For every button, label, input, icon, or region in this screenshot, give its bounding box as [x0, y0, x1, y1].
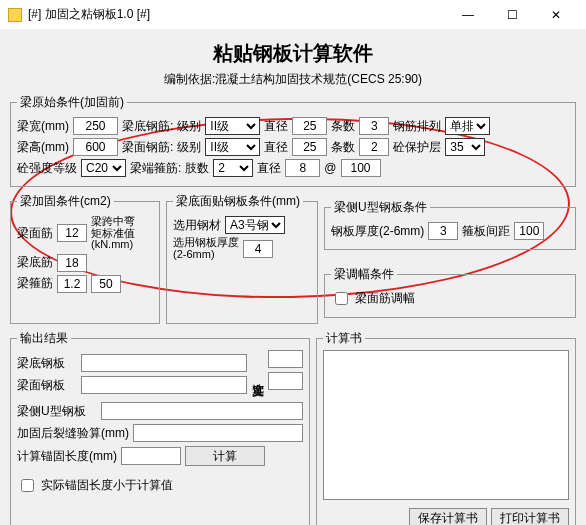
out-r5-label: 计算锚固长度(mm) — [17, 448, 117, 465]
uplate-thick-label: 钢板厚度(2-6mm) — [331, 223, 424, 240]
group-uplate: 梁侧U型钢板条件 钢板厚度(2-6mm) 箍板间距 — [324, 199, 576, 250]
maximize-button[interactable]: ☐ — [490, 1, 534, 29]
moment-label: 梁跨中弯 矩标准值 (kN.mm) — [91, 216, 135, 251]
face-num-input[interactable] — [359, 138, 389, 156]
top-reinf-input[interactable] — [57, 224, 87, 242]
real-width-2[interactable] — [268, 372, 303, 390]
stirrup-label: 梁端箍筋: — [130, 160, 181, 177]
num-label-1: 条数 — [331, 118, 355, 135]
bot-reinf-input[interactable] — [57, 254, 87, 272]
stirrup-space-input[interactable] — [341, 159, 381, 177]
calculate-button[interactable]: 计算 — [185, 446, 265, 466]
app-icon — [8, 8, 22, 22]
face-steel-label: 梁面钢筋: — [122, 139, 173, 156]
group-plate: 梁底面贴钢板条件(mm) 选用钢材 A3号钢 选用钢板厚度 (2-6mm) — [166, 193, 318, 324]
out-r4-input[interactable] — [133, 424, 303, 442]
beam-width-input[interactable] — [73, 117, 118, 135]
plate-thick-input[interactable] — [243, 240, 273, 258]
stir-reinf-input[interactable] — [57, 275, 87, 293]
steel-type-label: 选用钢材 — [173, 217, 221, 234]
group-original-legend: 梁原始条件(加固前) — [17, 94, 127, 111]
anchor-cb-label: 实际锚固长度小于计算值 — [41, 477, 173, 494]
group-reinforce-legend: 梁加固条件(cm2) — [17, 193, 114, 210]
bottom-num-input[interactable] — [359, 117, 389, 135]
beam-height-label: 梁高(mm) — [17, 139, 69, 156]
app-subtitle: 编制依据:混凝土结构加固技术规范(CECS 25:90) — [10, 71, 576, 88]
face-dia-input[interactable] — [292, 138, 327, 156]
bottom-steel-label: 梁底钢筋: — [122, 118, 173, 135]
beam-width-label: 梁宽(mm) — [17, 118, 69, 135]
group-original: 梁原始条件(加固前) 梁宽(mm) 梁底钢筋: 级别 II级 直径 条数 钢筋排… — [10, 94, 576, 187]
uplate-space-input[interactable] — [514, 222, 544, 240]
dia-label-2: 直径 — [264, 139, 288, 156]
stir-reinf-input-2[interactable] — [91, 275, 121, 293]
group-adjust-legend: 梁调幅条件 — [331, 266, 397, 283]
group-reinforce: 梁加固条件(cm2) 梁面筋 梁跨中弯 矩标准值 (kN.mm) 梁底筋 梁箍筋 — [10, 193, 160, 324]
out-r1-input[interactable] — [81, 354, 247, 372]
adjust-checkbox[interactable] — [335, 292, 348, 305]
concrete-grade-label: 砼强度等级 — [17, 160, 77, 177]
bot-reinf-label: 梁底筋 — [17, 254, 53, 271]
group-uplate-legend: 梁侧U型钢板条件 — [331, 199, 430, 216]
minimize-button[interactable]: — — [446, 1, 490, 29]
out-r3-input[interactable] — [101, 402, 303, 420]
arrange-select[interactable]: 单排 — [445, 117, 490, 135]
bottom-grade-select[interactable]: II级 — [205, 117, 260, 135]
uplate-thick-input[interactable] — [428, 222, 458, 240]
group-calc-legend: 计算书 — [323, 330, 365, 347]
calc-textarea[interactable] — [323, 350, 569, 500]
close-button[interactable]: ✕ — [534, 1, 578, 29]
group-output: 输出结果 梁底钢板 梁面钢板 实选宽度 — [10, 330, 310, 525]
grade-label-1: 级别 — [177, 118, 201, 135]
dia-label-1: 直径 — [264, 118, 288, 135]
legs-label: 肢数 — [185, 160, 209, 177]
out-r1-label: 梁底钢板 — [17, 355, 77, 372]
out-r2-input[interactable] — [81, 376, 247, 394]
titlebar: [#] 加固之粘钢板1.0 [#] — ☐ ✕ — [0, 0, 586, 30]
uplate-space-label: 箍板间距 — [462, 223, 510, 240]
out-r2-label: 梁面钢板 — [17, 377, 77, 394]
out-r4-label: 加固后裂缝验算(mm) — [17, 425, 129, 442]
real-width-1[interactable] — [268, 350, 303, 368]
out-r5-input[interactable] — [121, 447, 181, 465]
cover-label: 砼保护层 — [393, 139, 441, 156]
face-grade-select[interactable]: II级 — [205, 138, 260, 156]
save-calc-button[interactable]: 保存计算书 — [409, 508, 487, 525]
beam-height-input[interactable] — [73, 138, 118, 156]
group-calc: 计算书 保存计算书 打印计算书 — [316, 330, 576, 525]
arrange-label: 钢筋排列 — [393, 118, 441, 135]
legs-select[interactable]: 2 — [213, 159, 253, 177]
plate-thick-label: 选用钢板厚度 (2-6mm) — [173, 237, 239, 260]
top-reinf-label: 梁面筋 — [17, 225, 53, 242]
grade-label-2: 级别 — [177, 139, 201, 156]
concrete-grade-select[interactable]: C20 — [81, 159, 126, 177]
group-adjust: 梁调幅条件 梁面筋调幅 — [324, 266, 576, 318]
num-label-2: 条数 — [331, 139, 355, 156]
adjust-cb-label: 梁面筋调幅 — [355, 290, 415, 307]
stir-reinf-label: 梁箍筋 — [17, 275, 53, 292]
steel-type-select[interactable]: A3号钢 — [225, 216, 285, 234]
window-title: [#] 加固之粘钢板1.0 [#] — [28, 6, 446, 23]
anchor-checkbox[interactable] — [21, 479, 34, 492]
at-label: @ — [324, 161, 336, 175]
group-output-legend: 输出结果 — [17, 330, 71, 347]
group-plate-legend: 梁底面贴钢板条件(mm) — [173, 193, 303, 210]
print-calc-button[interactable]: 打印计算书 — [491, 508, 569, 525]
bottom-dia-input[interactable] — [292, 117, 327, 135]
stirrup-dia-input[interactable] — [285, 159, 320, 177]
app-title: 粘贴钢板计算软件 — [10, 36, 576, 67]
cover-select[interactable]: 35 — [445, 138, 485, 156]
out-r3-label: 梁侧U型钢板 — [17, 403, 97, 420]
dia-label-3: 直径 — [257, 160, 281, 177]
